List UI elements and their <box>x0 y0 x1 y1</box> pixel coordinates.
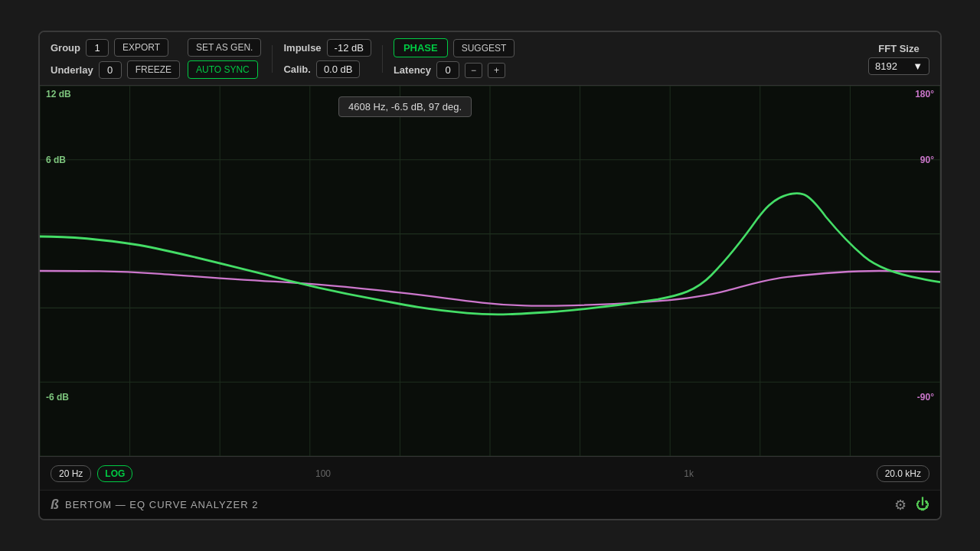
bottom-bar: 20 Hz LOG 100 1k 20.0 kHz <box>40 456 940 490</box>
log-button[interactable]: LOG <box>97 465 132 482</box>
y-label-180deg: 180° <box>915 89 934 99</box>
freq-1k-label: 1k <box>684 468 694 479</box>
group-section: Group 1 EXPORT Underlay 0 FREEZE <box>51 38 180 79</box>
chart-svg <box>40 86 940 456</box>
fft-size-dropdown[interactable]: 8192 ▼ <box>868 57 929 75</box>
y-label-neg90deg: -90° <box>917 392 934 403</box>
latency-plus-button[interactable]: + <box>488 63 505 78</box>
hz-label: 20 Hz <box>51 465 91 482</box>
khz-label: 20.0 kHz <box>877 465 929 482</box>
bottom-right: 20.0 kHz <box>877 465 929 482</box>
separator-1 <box>272 45 273 73</box>
y-label-90deg: 90° <box>920 155 934 165</box>
calib-value[interactable]: 0.0 dB <box>316 60 361 78</box>
fft-section: FFT Size 8192 ▼ <box>868 43 929 75</box>
brand-logo: ß <box>51 497 59 513</box>
x-labels-row: 100 1k <box>139 468 870 479</box>
group-value[interactable]: 1 <box>86 39 109 57</box>
suggest-button[interactable]: SUGGEST <box>453 39 515 57</box>
chart-area[interactable]: 12 dB 6 dB -6 dB 180° 90° -90° 4608 Hz, … <box>40 86 940 456</box>
latency-label: Latency <box>394 64 431 76</box>
impulse-label: Impulse <box>283 42 321 54</box>
latency-value[interactable]: 0 <box>436 61 459 79</box>
fft-size-label: FFT Size <box>878 43 919 54</box>
y-label-6db: 6 dB <box>46 155 66 165</box>
export-button[interactable]: EXPORT <box>114 38 168 57</box>
auto-sync-button[interactable]: AUTO SYNC <box>188 60 258 79</box>
bottom-left: 20 Hz LOG <box>51 465 132 482</box>
brand-bar: ß BERTOM — EQ CURVE ANALYZER 2 ⚙ ⏻ <box>40 490 940 519</box>
power-icon[interactable]: ⏻ <box>916 497 929 513</box>
set-as-gen-button[interactable]: SET AS GEN. <box>188 38 261 57</box>
y-label-12db: 12 dB <box>46 89 71 99</box>
impulse-section: Impulse -12 dB Calib. 0.0 dB <box>283 39 371 78</box>
top-bar: Group 1 EXPORT Underlay 0 FREEZE SET AS … <box>40 32 940 86</box>
underlay-label: Underlay <box>51 64 93 76</box>
y-label-neg6db: -6 dB <box>46 392 69 403</box>
plugin-container: Group 1 EXPORT Underlay 0 FREEZE SET AS … <box>38 31 942 520</box>
impulse-value[interactable]: -12 dB <box>327 39 371 57</box>
freeze-button[interactable]: FREEZE <box>127 60 180 79</box>
brand-icons: ⚙ ⏻ <box>894 497 929 514</box>
group-label: Group <box>51 42 80 54</box>
brand-name: BERTOM — EQ CURVE ANALYZER 2 <box>65 499 258 510</box>
dropdown-arrow-icon: ▼ <box>913 60 923 72</box>
freq-100-label: 100 <box>315 468 331 479</box>
underlay-value[interactable]: 0 <box>99 61 122 79</box>
calib-label: Calib. <box>283 64 310 75</box>
fft-size-value: 8192 <box>875 60 897 72</box>
latency-minus-button[interactable]: − <box>465 63 482 78</box>
settings-icon[interactable]: ⚙ <box>894 497 906 514</box>
phase-button[interactable]: PHASE <box>394 38 448 57</box>
sync-section: SET AS GEN. AUTO SYNC <box>188 38 261 79</box>
phase-section: PHASE SUGGEST Latency 0 − + <box>394 38 514 79</box>
separator-2 <box>382 45 383 73</box>
